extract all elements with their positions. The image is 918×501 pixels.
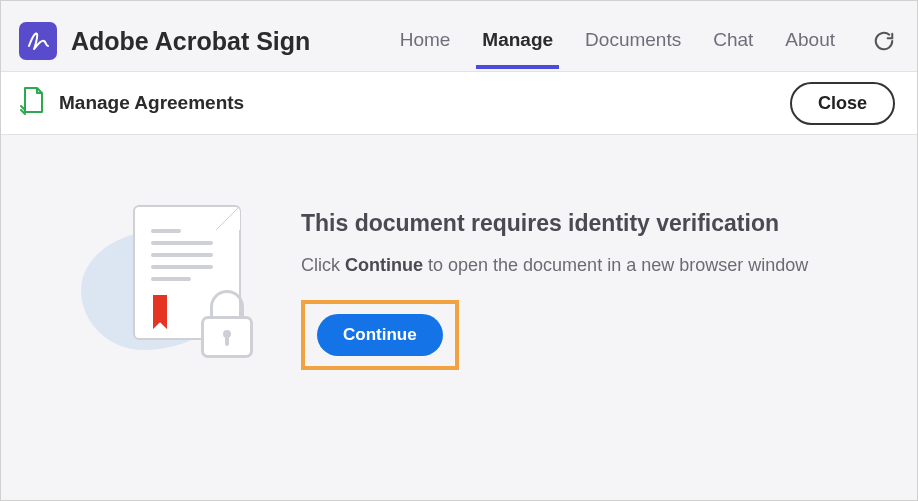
message-body: Click Continue to open the document in a… [301, 255, 887, 276]
nav-home[interactable]: Home [398, 13, 453, 69]
main-content: This document requires identity verifica… [1, 135, 917, 415]
sub-header: Manage Agreements Close [1, 71, 917, 135]
top-bar: Adobe Acrobat Sign Home Manage Documents… [1, 1, 917, 71]
ribbon-icon [153, 295, 167, 329]
nav-about[interactable]: About [783, 13, 837, 69]
refresh-icon[interactable] [873, 30, 895, 52]
close-button[interactable]: Close [790, 82, 895, 125]
continue-highlight: Continue [301, 300, 459, 370]
lock-icon [201, 290, 253, 355]
verification-message: This document requires identity verifica… [301, 210, 887, 370]
adobe-acrobat-sign-logo-icon [19, 22, 57, 60]
locked-document-illustration [81, 195, 271, 385]
subheader-title: Manage Agreements [59, 92, 244, 114]
nav-documents[interactable]: Documents [583, 13, 683, 69]
continue-button[interactable]: Continue [317, 314, 443, 356]
primary-nav: Home Manage Documents Chat About [398, 13, 895, 69]
app-title: Adobe Acrobat Sign [71, 27, 310, 56]
nav-manage[interactable]: Manage [480, 13, 555, 69]
brand: Adobe Acrobat Sign [19, 22, 310, 60]
message-heading: This document requires identity verifica… [301, 210, 887, 237]
nav-chat[interactable]: Chat [711, 13, 755, 69]
agreements-icon [19, 86, 45, 120]
